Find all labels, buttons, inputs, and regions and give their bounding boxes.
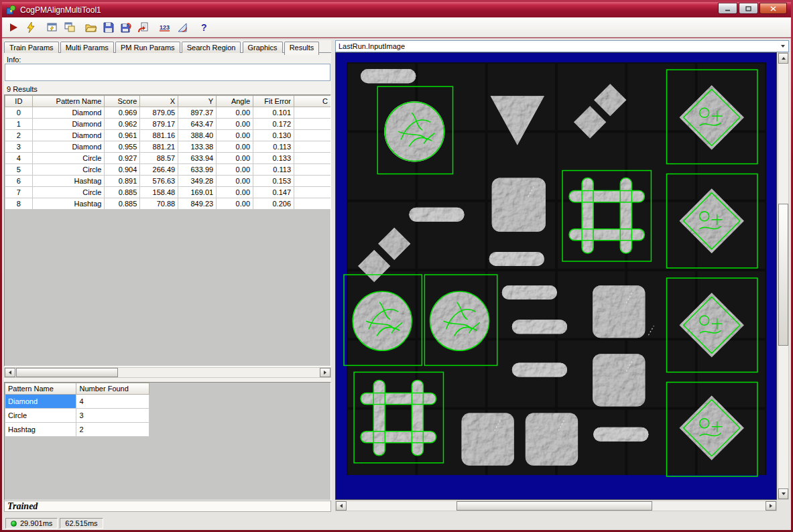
image-h-scrollbar[interactable] bbox=[335, 501, 777, 511]
import-image-button[interactable] bbox=[135, 19, 152, 36]
table-cell[interactable]: 8 bbox=[5, 198, 33, 210]
table-cell[interactable]: 0.147 bbox=[253, 187, 294, 198]
table-cell[interactable]: Circle bbox=[5, 409, 76, 423]
scroll-thumb[interactable] bbox=[456, 501, 652, 511]
table-cell[interactable]: 0.206 bbox=[253, 198, 294, 210]
table-cell[interactable]: Circle bbox=[32, 153, 105, 164]
table-cell[interactable]: Diamond bbox=[32, 107, 105, 119]
table-cell[interactable]: 3 bbox=[5, 141, 33, 153]
table-cell[interactable]: 643.47 bbox=[178, 119, 217, 130]
table-cell[interactable]: 881.21 bbox=[140, 141, 178, 153]
table-cell[interactable]: 0.904 bbox=[105, 164, 140, 176]
table-cell[interactable]: 576.63 bbox=[140, 176, 178, 187]
table-cell[interactable]: 0.961 bbox=[105, 130, 140, 141]
tab-multi-params[interactable]: Multi Params bbox=[60, 42, 114, 53]
chevron-down-icon[interactable] bbox=[778, 41, 788, 52]
table-cell[interactable]: Hashtag bbox=[5, 423, 76, 437]
table-cell[interactable]: Circle bbox=[32, 187, 105, 198]
table-cell[interactable]: 0.955 bbox=[105, 141, 140, 153]
table-cell[interactable]: 0.885 bbox=[105, 187, 140, 198]
table-cell[interactable]: 0.962 bbox=[105, 119, 140, 130]
coordinate-ruler-button[interactable] bbox=[174, 19, 191, 36]
table-cell[interactable] bbox=[294, 198, 331, 210]
table-cell[interactable]: 0.00 bbox=[217, 130, 253, 141]
table-cell[interactable]: 3 bbox=[76, 409, 149, 423]
scroll-up-button[interactable] bbox=[778, 53, 788, 64]
results-h-scrollbar[interactable] bbox=[4, 367, 331, 378]
table-cell[interactable]: Diamond bbox=[32, 119, 105, 130]
table-cell[interactable] bbox=[294, 130, 331, 141]
table-cell[interactable]: 169.01 bbox=[178, 187, 217, 198]
table-cell[interactable]: 0.00 bbox=[217, 107, 253, 119]
table-cell[interactable]: 0.101 bbox=[253, 107, 294, 119]
table-cell[interactable]: 633.99 bbox=[178, 164, 217, 176]
table-row[interactable]: 3Diamond0.955881.21133.380.000.113 bbox=[5, 141, 331, 153]
image-v-scrollbar[interactable] bbox=[778, 52, 789, 500]
tool-window-button[interactable] bbox=[44, 19, 61, 36]
table-cell[interactable]: Diamond bbox=[32, 130, 105, 141]
table-row[interactable]: Hashtag2 bbox=[5, 423, 149, 437]
table-row[interactable]: Diamond4 bbox=[5, 395, 149, 409]
table-row[interactable]: 7Circle0.885158.48169.010.000.147 bbox=[5, 187, 331, 198]
tab-graphics[interactable]: Graphics bbox=[243, 42, 283, 53]
close-button[interactable] bbox=[759, 3, 787, 14]
table-cell[interactable]: Circle bbox=[32, 164, 105, 176]
table-cell[interactable] bbox=[294, 187, 331, 198]
table-cell[interactable] bbox=[294, 176, 331, 187]
open-file-button[interactable] bbox=[82, 19, 100, 36]
scroll-thumb[interactable] bbox=[16, 368, 118, 377]
scroll-thumb[interactable] bbox=[778, 204, 788, 346]
table-cell[interactable]: 388.40 bbox=[178, 130, 217, 141]
table-cell[interactable]: 88.57 bbox=[140, 153, 178, 164]
table-cell[interactable]: Hashtag bbox=[32, 198, 105, 210]
image-source-combo[interactable]: LastRun.InputImage bbox=[335, 40, 789, 52]
table-cell[interactable]: 0.00 bbox=[217, 187, 253, 198]
run-live-button[interactable] bbox=[22, 19, 40, 36]
table-cell[interactable]: 633.94 bbox=[178, 153, 217, 164]
table-cell[interactable]: 0.885 bbox=[105, 198, 140, 210]
table-cell[interactable]: 0.113 bbox=[253, 141, 294, 153]
table-cell[interactable]: 158.48 bbox=[140, 187, 178, 198]
run-button[interactable] bbox=[5, 19, 22, 36]
table-cell[interactable]: 2 bbox=[76, 423, 149, 437]
table-cell[interactable]: 849.23 bbox=[178, 198, 217, 210]
table-cell[interactable] bbox=[294, 119, 331, 130]
tool-copy-button[interactable] bbox=[61, 19, 78, 36]
table-cell[interactable]: 0.927 bbox=[105, 153, 140, 164]
table-cell[interactable]: 0.00 bbox=[217, 141, 253, 153]
table-cell[interactable]: 879.17 bbox=[140, 119, 178, 130]
table-cell[interactable]: 266.49 bbox=[140, 164, 178, 176]
table-cell[interactable]: 7 bbox=[5, 187, 33, 198]
tab-train-params[interactable]: Train Params bbox=[4, 42, 59, 53]
table-row[interactable]: Circle3 bbox=[5, 409, 149, 423]
table-cell[interactable]: 879.05 bbox=[140, 107, 178, 119]
table-cell[interactable]: 0.133 bbox=[253, 153, 294, 164]
table-cell[interactable]: 0.153 bbox=[253, 176, 294, 187]
table-cell[interactable] bbox=[294, 141, 331, 153]
scroll-left-button[interactable] bbox=[5, 368, 15, 377]
table-cell[interactable]: Diamond bbox=[32, 141, 105, 153]
tab-results[interactable]: Results bbox=[284, 42, 320, 55]
table-cell[interactable]: 6 bbox=[5, 176, 33, 187]
table-cell[interactable] bbox=[294, 153, 331, 164]
tab-search-region[interactable]: Search Region bbox=[182, 42, 241, 53]
table-row[interactable]: 0Diamond0.969879.05897.370.000.101 bbox=[5, 107, 331, 119]
table-cell[interactable]: 0.172 bbox=[253, 119, 294, 130]
pixel-value-button[interactable]: 123 bbox=[156, 19, 174, 36]
scroll-down-button[interactable] bbox=[778, 488, 788, 499]
table-cell[interactable]: 4 bbox=[5, 153, 33, 164]
scroll-left-button[interactable] bbox=[336, 501, 347, 511]
table-cell[interactable] bbox=[294, 107, 331, 119]
save-image-button[interactable] bbox=[117, 19, 135, 36]
help-button[interactable]: ? bbox=[195, 19, 212, 36]
table-cell[interactable]: 0.113 bbox=[253, 164, 294, 176]
table-cell[interactable]: 70.88 bbox=[140, 198, 178, 210]
table-row[interactable]: 6Hashtag0.891576.63349.280.000.153 bbox=[5, 176, 331, 187]
table-cell[interactable]: 133.38 bbox=[178, 141, 217, 153]
table-row[interactable]: 1Diamond0.962879.17643.470.000.172 bbox=[5, 119, 331, 130]
table-cell[interactable]: 349.28 bbox=[178, 176, 217, 187]
table-cell[interactable]: 5 bbox=[5, 164, 33, 176]
table-cell[interactable]: 0.00 bbox=[217, 198, 253, 210]
table-cell[interactable]: Hashtag bbox=[32, 176, 105, 187]
table-row[interactable]: 2Diamond0.961881.16388.400.000.130 bbox=[5, 130, 331, 141]
